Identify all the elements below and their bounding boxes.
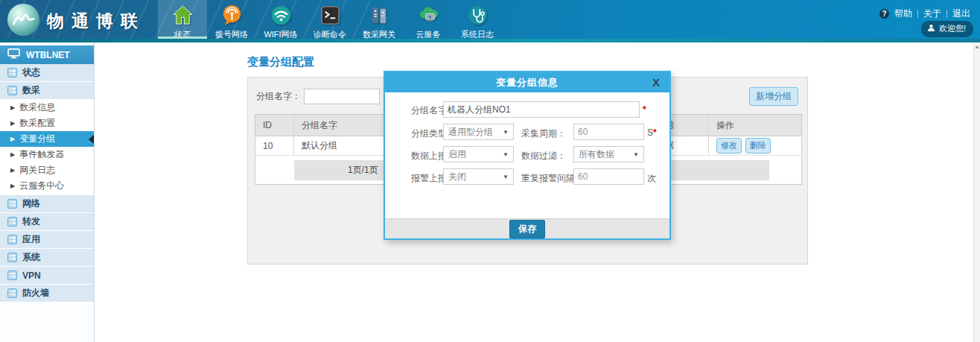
sidebar-item-label: 云服务中心 (19, 180, 64, 192)
nav-item-data-gateway[interactable]: 数采网关 (354, 0, 404, 39)
nav-item-dial-network[interactable]: 拨号网络 (207, 0, 256, 39)
sidebar-item-label: 应用 (22, 233, 40, 246)
help-link[interactable]: 帮助 (894, 7, 912, 20)
submenu-arrow-icon: ▶ (10, 168, 15, 174)
group-type-select[interactable]: 通用型分组 ▼ (443, 124, 514, 140)
nav-item-system-log[interactable]: 系统日志 (453, 0, 502, 39)
alarm-interval-input[interactable] (573, 168, 644, 185)
modal-header: 变量分组信息 X (385, 72, 669, 92)
search-label: 分组名字： (256, 90, 301, 103)
modal-body: 分组名字： * 分组类型： 通用型分组 ▼ 采集周期： S * 数据上报： 启用… (385, 92, 669, 218)
alarm-interval-unit: 次 (647, 172, 656, 185)
nav-item-status[interactable]: 状态 (158, 0, 207, 39)
list-icon (7, 68, 17, 77)
add-group-button[interactable]: 新增分组 (749, 87, 798, 106)
delete-button[interactable]: 删除 (745, 138, 771, 153)
nav-label: 诊断命令 (314, 30, 346, 39)
brand-name: 物通博联 (47, 10, 145, 33)
sidebar-item-label: 状态 (22, 66, 40, 79)
data-filter-label: 数据过滤： (521, 150, 566, 162)
sidebar-item-label: 数采配置 (19, 117, 55, 130)
sidebar-item-label: 网关日志 (19, 164, 55, 177)
dial-network-icon (207, 4, 256, 27)
sidebar-item-collect-config[interactable]: ▶ 数采配置 (0, 115, 94, 131)
sidebar-item-gateway-log[interactable]: ▶ 网关日志 (0, 162, 94, 178)
submenu-arrow-icon: ▶ (10, 183, 15, 189)
close-icon[interactable]: X (652, 72, 661, 92)
sidebar-item-label: 防火墙 (22, 287, 49, 300)
data-report-select[interactable]: 启用 ▼ (443, 146, 514, 162)
nav-label: 数采网关 (363, 30, 395, 39)
help-icon: ? (879, 9, 889, 19)
sidebar-item-forward[interactable]: 转发 (0, 213, 94, 231)
list-icon (7, 270, 17, 280)
chevron-down-icon: ▼ (503, 174, 509, 180)
chevron-down-icon: ▼ (503, 151, 509, 158)
sidebar-item-cloud-center[interactable]: ▶ 云服务中心 (0, 178, 94, 194)
page-scrollbar[interactable] (973, 42, 980, 342)
chevron-down-icon: ▼ (633, 151, 639, 158)
terminal-icon (305, 4, 354, 27)
main-content: 变量分组配置 分组名字： 搜索 新增分组 ID 分组名字 数据过滤 操作 10 … (95, 42, 973, 342)
sidebar-item-network[interactable]: 网络 (0, 195, 94, 213)
submenu-arrow-icon: ▶ (10, 152, 15, 158)
nav-label: WIFI网络 (264, 30, 297, 39)
sidebar-item-variable-group[interactable]: ▶ 变量分组 (0, 131, 94, 147)
welcome-user-badge[interactable]: 欢迎您! (921, 21, 973, 37)
stethoscope-icon (453, 4, 502, 27)
nav-item-wifi-network[interactable]: WIFI网络 (256, 0, 305, 39)
collect-period-input[interactable] (573, 124, 644, 140)
sidebar-item-collect-info[interactable]: ▶ 数采信息 (0, 100, 94, 115)
required-asterisk: * (653, 127, 657, 138)
sidebar-item-status[interactable]: 状态 (0, 64, 94, 82)
nav-label: 拨号网络 (215, 30, 248, 39)
welcome-text: 欢迎您! (939, 23, 966, 34)
logout-link[interactable]: 退出 (952, 7, 970, 20)
submenu-arrow-icon: ▶ (10, 105, 15, 111)
selected-value: 启用 (448, 148, 466, 161)
sidebar-item-event-trigger[interactable]: ▶ 事件触发器 (0, 147, 94, 162)
group-name-search-input[interactable] (304, 89, 380, 104)
submenu-arrow-icon: ▶ (10, 121, 15, 127)
sidebar-device-title: WTBLNET (0, 45, 94, 64)
column-header-actions: 操作 (709, 115, 801, 136)
page: 物通博联 状态 (0, 0, 980, 342)
gateway-icon (354, 4, 404, 27)
nav-label: 云服务 (416, 30, 441, 39)
modal-footer: 保存 (385, 218, 669, 238)
sidebar-item-label: 事件触发器 (19, 148, 64, 161)
sidebar-item-data-collect[interactable]: 数采 (0, 82, 94, 100)
required-asterisk: * (643, 104, 646, 115)
save-button[interactable]: 保存 (509, 220, 545, 238)
nav-label: 状态 (174, 30, 191, 39)
nav-item-cloud-service[interactable]: 云服务 (404, 0, 453, 39)
data-filter-select[interactable]: 所有数据 ▼ (573, 146, 644, 162)
sidebar-item-application[interactable]: 应用 (0, 231, 94, 249)
list-icon (7, 253, 17, 262)
collect-period-label: 采集周期： (521, 127, 566, 140)
sidebar-item-firewall[interactable]: 防火墙 (0, 285, 94, 303)
selected-value: 所有数据 (579, 148, 614, 161)
cloud-icon (404, 4, 453, 27)
home-icon (158, 4, 207, 27)
nav-label: 系统日志 (461, 30, 494, 39)
modify-button[interactable]: 修改 (716, 138, 742, 153)
alarm-report-select[interactable]: 关闭 ▼ (443, 168, 514, 185)
variable-group-modal: 变量分组信息 X 分组名字： * 分组类型： 通用型分组 ▼ 采集周期： S *… (384, 71, 671, 240)
list-icon (7, 235, 17, 244)
brand-logo: 物通博联 (6, 2, 145, 40)
sidebar: WTBLNET 状态 数采 ▶ 数采信息 ▶ 数采配置 ▶ 变量分组 ▶ 事件触… (0, 42, 95, 342)
scroll-up-icon[interactable] (975, 45, 979, 48)
person-icon (927, 24, 935, 34)
selected-value: 通用型分组 (448, 126, 493, 139)
sidebar-item-vpn[interactable]: VPN (0, 267, 94, 285)
list-icon (7, 288, 17, 298)
cell-id: 10 (255, 136, 294, 156)
group-name-input[interactable] (443, 101, 640, 118)
chevron-down-icon: ▼ (503, 129, 509, 136)
top-header: 物通博联 状态 (0, 0, 980, 42)
nav-item-diagnostic-command[interactable]: 诊断命令 (305, 0, 354, 39)
sidebar-item-system[interactable]: 系统 (0, 249, 94, 267)
device-name: WTBLNET (26, 50, 70, 60)
about-link[interactable]: 关于 (923, 7, 941, 20)
